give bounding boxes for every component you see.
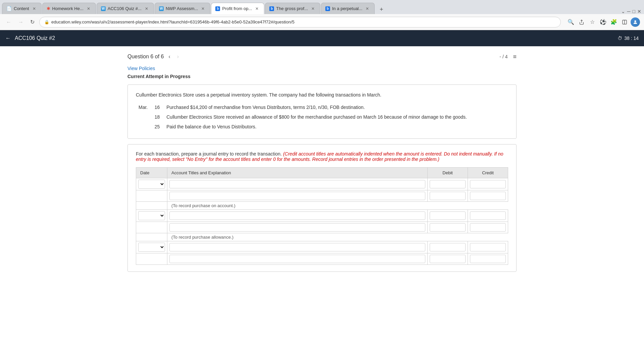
entry1-credit-input-2[interactable] — [470, 192, 506, 200]
tab-close-gross[interactable]: ✕ — [310, 6, 316, 12]
entry2-debit-input-2[interactable] — [430, 223, 466, 232]
entry1-credit-input-1[interactable] — [470, 180, 506, 188]
tab-content[interactable]: 📄 Content ✕ — [2, 3, 42, 14]
entry3-credit-input-1[interactable] — [470, 243, 506, 251]
entry3-debit-input-2[interactable] — [430, 255, 466, 263]
entry2-account-input-2[interactable] — [169, 223, 425, 232]
journal-section: For each transaction, prepare a journal … — [127, 144, 517, 272]
entry1-account-cell-2[interactable] — [167, 190, 428, 202]
entry2-debit-cell-1[interactable] — [428, 210, 468, 222]
star-icon[interactable]: ☆ — [588, 17, 597, 27]
forward-button[interactable]: → — [16, 18, 25, 26]
entry3-credit-input-2[interactable] — [470, 255, 506, 263]
entry2-account-input-1[interactable] — [169, 212, 425, 220]
entry2-date-cell[interactable]: Mar. 16 Mar. 18 Mar. 25 — [136, 210, 167, 222]
prev-question-button[interactable]: ‹ — [167, 53, 172, 60]
entry2-credit-input-1[interactable] — [470, 212, 506, 220]
tab-icon-homework: ✱ — [47, 6, 50, 11]
tab-grosspro[interactable]: b The gross prof... ✕ — [265, 3, 320, 14]
tab-homework[interactable]: ✱ Homework He... ✕ — [42, 3, 96, 14]
entry2-date-select[interactable]: Mar. 16 Mar. 18 Mar. 25 — [138, 211, 165, 220]
scenario-intro: Cullumber Electronics Store uses a perpe… — [136, 92, 508, 99]
refresh-button[interactable]: ↻ — [28, 17, 37, 26]
entry3-debit-input-1[interactable] — [430, 243, 466, 251]
question-list-icon[interactable]: ≡ — [513, 53, 517, 60]
entry1-debit-cell-2[interactable] — [428, 190, 468, 202]
profile-avatar[interactable] — [631, 17, 640, 27]
tab-close-profit[interactable]: ✕ — [254, 6, 260, 12]
transaction-desc-3: Paid the balance due to Venus Distributo… — [164, 122, 508, 132]
url-bar[interactable]: 🔒 education.wiley.com/was/ui/v2/assessme… — [39, 17, 561, 27]
entry1-date-cell[interactable]: Mar. 16 Mar. 18 Mar. 25 — [136, 178, 167, 190]
view-policies-link[interactable]: View Policies — [127, 66, 517, 71]
entry3-account-input-2[interactable] — [169, 255, 425, 263]
question-label: Question 6 of 6 — [127, 54, 164, 60]
entry3-date-select[interactable]: Mar. 16 Mar. 18 Mar. 25 — [138, 243, 165, 252]
entry3-account-cell-2[interactable] — [167, 253, 428, 265]
transaction-row-1: Mar. 16 Purchased $14,200 of merchandise… — [136, 103, 508, 112]
tab-label-content: Content — [14, 6, 29, 11]
share-icon[interactable] — [577, 17, 586, 27]
tab-nwpassess[interactable]: W NWP Assessm... ✕ — [155, 3, 211, 14]
tab-icon-gross: b — [269, 6, 274, 11]
entry1-account-cell-1[interactable] — [167, 178, 428, 190]
transaction-row-2: 18 Cullumber Electronics Store received … — [136, 112, 508, 122]
search-icon[interactable]: 🔍 — [566, 17, 576, 27]
svg-point-3 — [634, 20, 636, 22]
tab-close-nwp[interactable]: ✕ — [200, 6, 206, 12]
entry2-label-row: (To record purchase allowance.) — [136, 233, 508, 241]
lock-icon: 🔒 — [44, 20, 49, 24]
app-back-button[interactable]: ← — [5, 35, 11, 41]
quiz-title: ACC106 Quiz #2 — [15, 35, 55, 41]
journal-table: Date Account Titles and Explanation Debi… — [136, 167, 508, 265]
next-question-button[interactable]: › — [175, 53, 181, 60]
header-debit: Debit — [428, 168, 468, 178]
entry3-debit-cell-1[interactable] — [428, 241, 468, 253]
tab-close-content[interactable]: ✕ — [31, 6, 37, 12]
entry3-credit-cell-2[interactable] — [468, 253, 508, 265]
close-window-icon[interactable]: ✕ — [637, 9, 641, 14]
header-credit: Credit — [468, 168, 508, 178]
timer-icon: ⏱ — [618, 36, 622, 41]
entry2-debit-cell-2[interactable] — [428, 222, 468, 233]
minimize-icon[interactable]: ─ — [627, 9, 631, 14]
entry2-account-cell-2[interactable] — [167, 222, 428, 233]
entry3-credit-cell-1[interactable] — [468, 241, 508, 253]
entry3-account-input-1[interactable] — [169, 243, 425, 251]
tab-overflow-icon[interactable]: ⌄ — [621, 9, 625, 14]
back-button[interactable]: ← — [4, 18, 13, 26]
tab-acc106quiz[interactable]: W ACC106 Quiz #... ✕ — [97, 3, 154, 14]
entry3-debit-cell-2[interactable] — [428, 253, 468, 265]
tab-close-perpetual[interactable]: ✕ — [364, 6, 370, 12]
transaction-desc-2: Cullumber Electronics Store received an … — [164, 112, 508, 122]
new-tab-button[interactable]: + — [377, 5, 386, 14]
transactions-table: Mar. 16 Purchased $14,200 of merchandise… — [136, 103, 508, 132]
maximize-icon[interactable]: □ — [633, 9, 635, 14]
entry1-date-select[interactable]: Mar. 16 Mar. 18 Mar. 25 — [138, 180, 165, 189]
soccer-icon[interactable]: ⚽ — [598, 17, 608, 27]
transaction-day-3: 25 — [150, 122, 164, 132]
entry3-account-cell-1[interactable] — [167, 241, 428, 253]
entry2-credit-cell-1[interactable] — [468, 210, 508, 222]
entry2-account-cell-1[interactable] — [167, 210, 428, 222]
split-view-icon[interactable] — [620, 17, 629, 27]
entry1-credit-cell-1[interactable] — [468, 178, 508, 190]
tab-close-homework[interactable]: ✕ — [86, 6, 92, 12]
entry1-credit-cell-2[interactable] — [468, 190, 508, 202]
puzzle-icon[interactable]: 🧩 — [609, 17, 619, 27]
entry2-credit-input-2[interactable] — [470, 223, 506, 232]
entry2-credit-cell-2[interactable] — [468, 222, 508, 233]
timer-display: ⏱ 38 : 14 — [618, 36, 639, 41]
entry3-date-cell[interactable]: Mar. 16 Mar. 18 Mar. 25 — [136, 241, 167, 253]
entry1-debit-input-1[interactable] — [430, 180, 466, 188]
tab-close-acc106[interactable]: ✕ — [144, 6, 150, 12]
main-content: Question 6 of 6 ‹ › - / 4 ≡ View Policie… — [0, 46, 644, 362]
entry2-debit-input-1[interactable] — [430, 212, 466, 220]
entry1-debit-input-2[interactable] — [430, 192, 466, 200]
entry1-account-input-1[interactable] — [169, 180, 425, 188]
tab-perpetual[interactable]: b In a perpetual... ✕ — [321, 3, 375, 14]
tab-profit[interactable]: b Profit from op... ✕ — [211, 3, 264, 14]
entry1-debit-cell-1[interactable] — [428, 178, 468, 190]
entry1-account-input-2[interactable] — [169, 192, 425, 200]
attempt-label: Current Attempt in Progress — [127, 74, 517, 79]
